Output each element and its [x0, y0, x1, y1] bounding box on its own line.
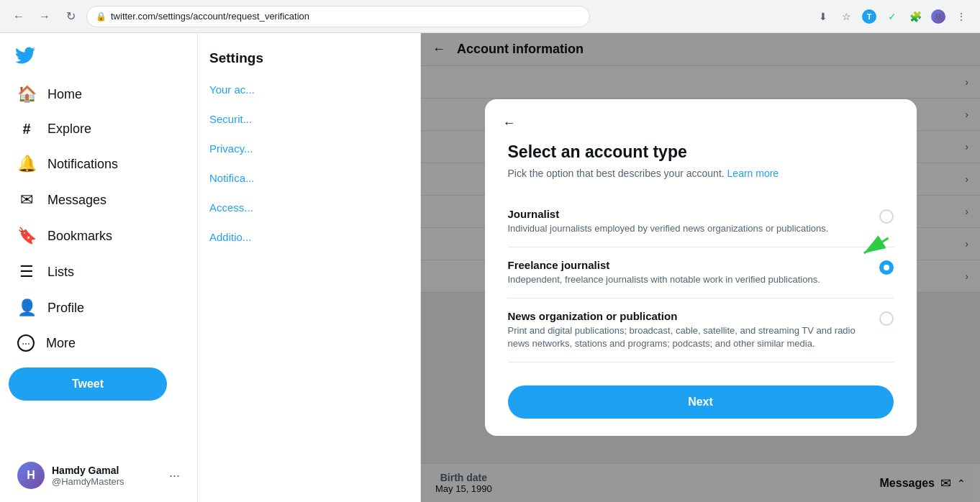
modal-content: Select an account type Pick the option t…: [485, 142, 917, 419]
option-freelance[interactable]: Freelance journalist Independent, freela…: [508, 247, 894, 298]
user-profile[interactable]: H Hamdy Gamal @HamdyMasters ···: [9, 455, 189, 496]
option-freelance-label: Freelance journalist: [508, 259, 868, 271]
settings-link-notifications[interactable]: Notifica...: [198, 163, 420, 193]
envelope-icon: ✉: [17, 191, 36, 209]
settings-link-accessibility[interactable]: Access...: [198, 193, 420, 222]
more-icon: ···: [17, 334, 35, 352]
user-handle: @HamdyMasters: [52, 476, 162, 487]
radio-journalist[interactable]: [879, 209, 894, 224]
modal-back-button[interactable]: ←: [496, 111, 522, 137]
sidebar-item-home-label: Home: [47, 87, 82, 102]
sidebar-item-lists-label: Lists: [47, 265, 74, 280]
page-layout: 🏠 Home # Explore 🔔 Notifications ✉ Messa…: [0, 33, 980, 502]
option-journalist-label: Journalist: [508, 208, 868, 220]
next-button[interactable]: Next: [508, 385, 894, 419]
modal-subtitle: Pick the option that best describes your…: [508, 168, 894, 179]
option-news-org-label: News organization or publication: [508, 310, 868, 322]
settings-link-security[interactable]: Securit...: [198, 104, 420, 134]
check-extension-icon[interactable]: ✓: [882, 6, 902, 27]
option-journalist[interactable]: Journalist Individual journalists employ…: [508, 196, 894, 247]
option-news-org-text: News organization or publication Print a…: [508, 310, 879, 350]
settings-link-account[interactable]: Your ac...: [198, 75, 420, 104]
home-icon: 🏠: [17, 85, 36, 104]
download-icon[interactable]: ⬇: [813, 6, 833, 27]
option-news-org-desc: Print and digital publications; broadcas…: [508, 324, 868, 350]
sidebar-item-bookmarks[interactable]: 🔖 Bookmarks: [9, 219, 189, 252]
sidebar-item-notifications-label: Notifications: [47, 157, 118, 172]
option-news-org[interactable]: News organization or publication Print a…: [508, 298, 894, 362]
sidebar-item-lists[interactable]: ☰ Lists: [9, 255, 189, 288]
puzzle-icon[interactable]: 🧩: [905, 6, 925, 27]
user-more-icon[interactable]: ···: [169, 468, 180, 483]
radio-freelance[interactable]: [879, 260, 894, 275]
modal: ← Select an account type Pick the option…: [485, 99, 917, 437]
option-freelance-desc: Independent, freelance journalists with …: [508, 273, 868, 286]
sidebar-item-notifications[interactable]: 🔔 Notifications: [9, 147, 189, 181]
avatar: H: [17, 462, 45, 489]
settings-link-additional[interactable]: Additio...: [198, 222, 420, 252]
sidebar-item-explore[interactable]: # Explore: [9, 114, 189, 145]
learn-more-link[interactable]: Learn more: [727, 168, 779, 179]
profile-icon[interactable]: H: [928, 6, 948, 27]
twitter-logo[interactable]: [9, 39, 42, 72]
star-icon[interactable]: ☆: [836, 6, 856, 27]
option-journalist-text: Journalist Individual journalists employ…: [508, 208, 879, 235]
list-icon: ☰: [17, 263, 36, 281]
reload-button[interactable]: ↻: [60, 6, 81, 27]
user-info: Hamdy Gamal @HamdyMasters: [52, 465, 162, 487]
back-button[interactable]: ←: [9, 6, 29, 27]
sidebar-item-more-label: More: [46, 336, 76, 351]
modal-back-icon: ←: [503, 116, 516, 131]
sidebar-item-explore-label: Explore: [47, 122, 91, 137]
option-freelance-text: Freelance journalist Independent, freela…: [508, 259, 879, 286]
settings-link-privacy[interactable]: Privacy...: [198, 134, 420, 163]
sidebar-item-profile[interactable]: 👤 Profile: [9, 291, 189, 324]
chrome-menu-icon[interactable]: ⋮: [951, 6, 971, 27]
browser-chrome: ← → ↻ 🔒 twitter.com/settings/account/req…: [0, 0, 980, 33]
sidebar-item-messages[interactable]: ✉ Messages: [9, 183, 189, 216]
tweet-button[interactable]: Tweet: [9, 368, 167, 401]
url-text: twitter.com/settings/account/request_ver…: [111, 11, 309, 22]
bookmark-icon: 🔖: [17, 227, 36, 245]
profile-nav-icon: 👤: [17, 298, 36, 317]
settings-title: Settings: [198, 42, 420, 75]
user-display-name: Hamdy Gamal: [52, 465, 162, 476]
sidebar: 🏠 Home # Explore 🔔 Notifications ✉ Messa…: [0, 33, 198, 502]
sidebar-item-messages-label: Messages: [47, 193, 106, 208]
bell-icon: 🔔: [17, 155, 36, 173]
browser-actions: ⬇ ☆ T ✓ 🧩 H ⋮: [813, 6, 971, 27]
settings-panel: Settings Your ac... Securit... Privacy..…: [198, 33, 421, 502]
explore-icon: #: [17, 121, 36, 137]
sidebar-item-profile-label: Profile: [47, 301, 84, 316]
address-bar[interactable]: 🔒 twitter.com/settings/account/request_v…: [86, 6, 590, 27]
forward-button[interactable]: →: [35, 6, 55, 27]
lock-icon: 🔒: [96, 12, 106, 22]
sidebar-item-bookmarks-label: Bookmarks: [47, 229, 112, 244]
extension-icon-blue[interactable]: T: [859, 6, 879, 27]
option-journalist-desc: Individual journalists employed by verif…: [508, 222, 868, 235]
content-area: ← Account information › › › › › › › Birt…: [421, 33, 980, 502]
radio-news-org[interactable]: [879, 311, 894, 326]
modal-title: Select an account type: [508, 142, 894, 162]
sidebar-item-home[interactable]: 🏠 Home: [9, 78, 189, 111]
sidebar-item-more[interactable]: ··· More: [9, 327, 189, 359]
modal-overlay: ← Select an account type Pick the option…: [421, 33, 980, 502]
